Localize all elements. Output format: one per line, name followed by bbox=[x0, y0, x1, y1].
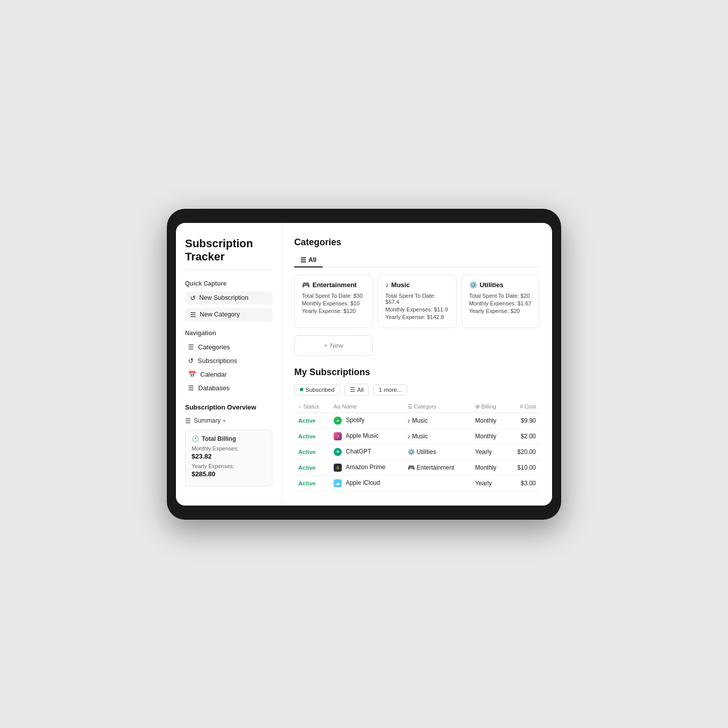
col-status: ○ Status bbox=[294, 401, 330, 413]
table-body: Active ● Spotify ♪ Music Monthly bbox=[294, 413, 540, 491]
category-card-utilities: ⚙️ Utilities Total Spent To Date: $20 Mo… bbox=[462, 275, 540, 328]
utilities-yearly: Yearly Expense: $20 bbox=[469, 308, 532, 314]
summary-card: 🕐 Total Billing Monthly Expenses: $23.82… bbox=[185, 430, 272, 486]
subscribed-label: Subscribed bbox=[305, 387, 335, 393]
category-cards-grid: 🎮 Entertainment Total Spent To Date: $30… bbox=[294, 275, 540, 328]
databases-icon: ☰ bbox=[188, 384, 194, 392]
col-name: Aa Name bbox=[330, 401, 403, 413]
tab-all-label: All bbox=[308, 256, 316, 263]
name-cell: ☁ Apple iCloud bbox=[330, 475, 403, 491]
category-cell: 🎮 Entertainment bbox=[403, 460, 471, 475]
music-icon: ♪ bbox=[385, 281, 389, 289]
nav-item-categories[interactable]: ☰ Categories bbox=[185, 341, 272, 353]
calendar-icon: 📅 bbox=[188, 371, 196, 378]
filter-all-icon: ☰ bbox=[350, 386, 355, 393]
tab-all-icon: ☰ bbox=[300, 256, 306, 264]
utilities-monthly: Monthly Expenses: $1.67 bbox=[469, 300, 532, 306]
filter-bar: Subscribed ☰ All 1 more... bbox=[294, 384, 540, 396]
new-subscription-label: New Subscription bbox=[199, 294, 248, 301]
billing-cell: Monthly bbox=[471, 413, 507, 428]
name-cell: ✦ ChatGPT bbox=[330, 444, 403, 460]
categories-section: Categories ☰ All 🎮 Entertainment bbox=[294, 237, 540, 356]
plus-icon: + bbox=[324, 342, 328, 349]
utilities-icon: ⚙️ bbox=[469, 281, 477, 289]
name-cell: ♪ Apple Music bbox=[330, 428, 403, 444]
status-col-icon: ○ bbox=[298, 403, 302, 410]
entertainment-monthly: Monthly Expenses: $10 bbox=[302, 300, 365, 306]
filter-more[interactable]: 1 more... bbox=[373, 384, 407, 395]
summary-list-icon: ☰ bbox=[185, 417, 191, 425]
music-cat-icon: ♪ bbox=[407, 417, 411, 424]
subscription-overview-section: Subscription Overview ☰ Summary ▾ 🕐 Tota… bbox=[185, 403, 272, 486]
cost-cell: $9.90 bbox=[507, 413, 540, 428]
category-cell: ⚙️ Utilities bbox=[403, 444, 471, 460]
col-cost: # Cost bbox=[507, 401, 540, 413]
subscriptions-section: My Subscriptions Subscribed ☰ All 1 more… bbox=[294, 367, 540, 491]
summary-row[interactable]: ☰ Summary ▾ bbox=[185, 415, 272, 427]
table-row: Active ✦ ChatGPT ⚙️ Utilities Yearly bbox=[294, 444, 540, 460]
table-row: Active ♪ Apple Music ♪ Music Monthly bbox=[294, 428, 540, 444]
nav-subscriptions-label: Subscriptions bbox=[198, 357, 237, 365]
entertainment-icon: 🎮 bbox=[302, 281, 310, 289]
status-cell: Active bbox=[298, 480, 316, 486]
new-category-card[interactable]: + New bbox=[294, 335, 373, 356]
utilities-cat-icon: ⚙️ bbox=[407, 448, 415, 456]
new-card-label: New bbox=[330, 342, 343, 349]
col-billing: ⊕ Billing bbox=[471, 401, 507, 413]
icloud-icon: ☁ bbox=[334, 479, 342, 487]
nav-item-subscriptions[interactable]: ↺ Subscriptions bbox=[185, 354, 272, 367]
nav-categories-label: Categories bbox=[198, 343, 230, 351]
category-cell bbox=[403, 475, 471, 491]
music-total: Total Spent To Date: $67.4 bbox=[385, 293, 448, 305]
app-title: Subscription Tracker bbox=[185, 237, 272, 270]
nav-calendar-label: Calendar bbox=[200, 371, 227, 378]
category-cell: ♪ Music bbox=[403, 428, 471, 444]
navigation-label: Navigation bbox=[185, 330, 272, 337]
filter-more-label: 1 more... bbox=[379, 387, 401, 393]
monthly-expenses-label: Monthly Expenses: bbox=[192, 445, 266, 451]
categories-icon: ☰ bbox=[188, 343, 194, 351]
refresh-icon: ↺ bbox=[190, 294, 196, 302]
amazon-icon: a bbox=[334, 464, 342, 472]
filter-subscribed[interactable]: Subscribed bbox=[294, 384, 340, 395]
tab-all[interactable]: ☰ All bbox=[294, 254, 323, 267]
subscriptions-table: ○ Status Aa Name ☰ Category ⊕ Billing # … bbox=[294, 401, 540, 491]
tablet-frame: Subscription Tracker Quick Capture ↺ New… bbox=[167, 209, 561, 520]
music-cat-icon2: ♪ bbox=[407, 433, 411, 440]
cost-cell: $20.00 bbox=[507, 444, 540, 460]
music-monthly: Monthly Expenses: $11.9 bbox=[385, 306, 448, 312]
subscription-overview-label: Subscription Overview bbox=[185, 403, 272, 411]
table-row: Active a Amazon Prime 🎮 Entertainment Mo… bbox=[294, 460, 540, 475]
category-cell: ♪ Music bbox=[403, 413, 471, 428]
monthly-expenses-value: $23.82 bbox=[192, 452, 266, 460]
name-cell: ● Spotify bbox=[330, 413, 403, 428]
summary-label: Summary bbox=[194, 417, 220, 424]
yearly-expenses-value: $285.80 bbox=[192, 470, 266, 478]
new-category-label: New Category bbox=[200, 311, 240, 318]
billing-cell: Monthly bbox=[471, 460, 507, 475]
status-cell: Active bbox=[298, 449, 316, 455]
subscribed-dot bbox=[300, 388, 303, 391]
table-row: Active ☁ Apple iCloud Yearly $3.00 bbox=[294, 475, 540, 491]
name-cell: a Amazon Prime bbox=[330, 460, 403, 475]
new-subscription-button[interactable]: ↺ New Subscription bbox=[185, 291, 272, 305]
entertainment-yearly: Yearly Expense: $120 bbox=[302, 308, 365, 314]
filter-all[interactable]: ☰ All bbox=[344, 384, 370, 396]
tablet-screen: Subscription Tracker Quick Capture ↺ New… bbox=[176, 223, 552, 506]
nav-item-calendar[interactable]: 📅 Calendar bbox=[185, 368, 272, 381]
yearly-expenses-label: Yearly Expenses: bbox=[192, 463, 266, 469]
filter-all-label: All bbox=[357, 387, 364, 393]
nav-item-databases[interactable]: ☰ Databases bbox=[185, 382, 272, 394]
billing-cell: Monthly bbox=[471, 428, 507, 444]
billing-cell: Yearly bbox=[471, 475, 507, 491]
cost-cell: $2.00 bbox=[507, 428, 540, 444]
subscriptions-title: My Subscriptions bbox=[294, 367, 540, 378]
entertainment-total: Total Spent To Date: $30 bbox=[302, 293, 365, 299]
music-yearly: Yearly Expense: $142.8 bbox=[385, 314, 448, 320]
layers-icon: ☰ bbox=[190, 311, 196, 318]
table-header: ○ Status Aa Name ☰ Category ⊕ Billing # … bbox=[294, 401, 540, 413]
category-card-music: ♪ Music Total Spent To Date: $67.4 Month… bbox=[378, 275, 456, 328]
categories-tab-bar: ☰ All bbox=[294, 254, 540, 267]
new-category-button[interactable]: ☰ New Category bbox=[185, 308, 272, 322]
category-card-entertainment: 🎮 Entertainment Total Spent To Date: $30… bbox=[294, 275, 373, 328]
